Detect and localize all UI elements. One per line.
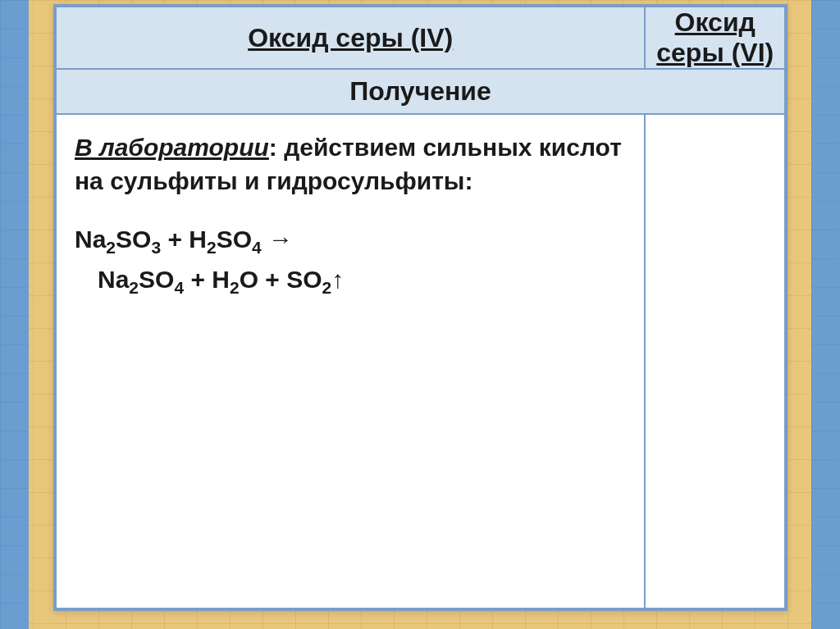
content-oxide-vi [645,114,785,608]
formula-line-2: Na2SO4 + H2O + SO2↑ [75,261,626,301]
lab-description: В лаборатории: действием сильных кислот … [75,131,626,198]
header-oxide-vi: Оксид серы (VI) [645,7,785,69]
content-oxide-iv: В лаборатории: действием сильных кислот … [56,114,645,608]
oxide-comparison-table: Оксид серы (IV) Оксид серы (VI) Получени… [53,4,788,611]
section-preparation: Получение [56,69,785,114]
chemical-equation: Na2SO3 + H2SO4 → Na2SO4 + H2O + SO2↑ [75,221,626,300]
formula-line-1: Na2SO3 + H2SO4 → [75,221,626,261]
lab-word: В лаборатории [75,134,269,161]
header-oxide-iv: Оксид серы (IV) [56,7,645,69]
